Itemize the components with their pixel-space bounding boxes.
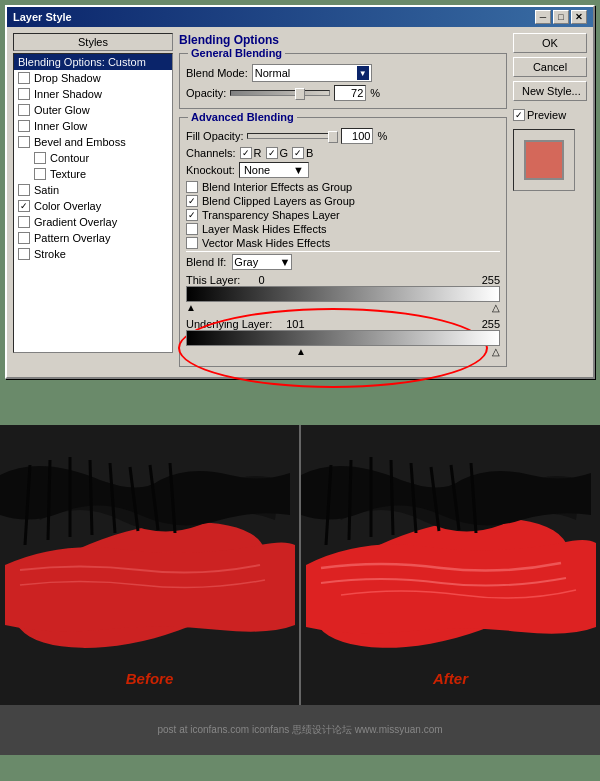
satin-checkbox[interactable] <box>18 184 30 196</box>
styles-item-outer-glow[interactable]: Outer Glow <box>14 102 172 118</box>
outer-glow-label: Outer Glow <box>34 104 90 116</box>
after-panel: After <box>301 425 600 705</box>
underlying-layer-left-arrow[interactable]: ▲ <box>296 346 306 357</box>
texture-checkbox[interactable] <box>34 168 46 180</box>
opacity-input[interactable] <box>334 85 366 101</box>
stroke-checkbox[interactable] <box>18 248 30 260</box>
channel-r-check[interactable]: R <box>240 147 262 159</box>
fill-opacity-input[interactable] <box>341 128 373 144</box>
knockout-label: Knockout: <box>186 164 235 176</box>
channel-g-check[interactable]: G <box>266 147 289 159</box>
inner-glow-checkbox[interactable] <box>18 120 30 132</box>
restore-button[interactable]: □ <box>553 10 569 24</box>
transparency-shapes-checkbox[interactable] <box>186 209 198 221</box>
outer-glow-checkbox[interactable] <box>18 104 30 116</box>
preview-checkbox[interactable] <box>513 109 525 121</box>
inner-glow-label: Inner Glow <box>34 120 87 132</box>
knockout-arrow[interactable]: ▼ <box>293 164 304 176</box>
preview-row: Preview <box>513 109 587 121</box>
blend-if-value: Gray <box>234 256 258 268</box>
underlying-layer-section: Underlying Layer: 101 255 ▲ △ <box>186 318 500 356</box>
bevel-emboss-checkbox[interactable] <box>18 136 30 148</box>
knockout-select[interactable]: None ▼ <box>239 162 309 178</box>
stroke-label: Stroke <box>34 248 66 260</box>
ok-button[interactable]: OK <box>513 33 587 53</box>
styles-item-color-overlay[interactable]: Color Overlay <box>14 198 172 214</box>
cancel-button[interactable]: Cancel <box>513 57 587 77</box>
styles-item-texture[interactable]: Texture <box>14 166 172 182</box>
styles-item-drop-shadow[interactable]: Drop Shadow <box>14 70 172 86</box>
layer-style-dialog: Layer Style ─ □ ✕ Styles Blending Option… <box>5 5 595 379</box>
before-panel: Before <box>0 425 301 705</box>
blend-mode-row: Blend Mode: Normal ▼ <box>186 64 500 82</box>
gradient-overlay-checkbox[interactable] <box>18 216 30 228</box>
contour-checkbox[interactable] <box>34 152 46 164</box>
styles-list: Blending Options: Custom Drop Shadow Inn… <box>13 53 173 353</box>
layer-mask-row: Layer Mask Hides Effects <box>186 223 500 235</box>
blend-clipped-label: Blend Clipped Layers as Group <box>202 195 355 207</box>
styles-item-inner-glow[interactable]: Inner Glow <box>14 118 172 134</box>
new-style-button[interactable]: New Style... <box>513 81 587 101</box>
styles-item-pattern-overlay[interactable]: Pattern Overlay <box>14 230 172 246</box>
underlying-layer-label: Underlying Layer: <box>186 318 272 330</box>
dialog-body: Styles Blending Options: Custom Drop Sha… <box>7 27 593 377</box>
styles-item-stroke[interactable]: Stroke <box>14 246 172 262</box>
blend-mode-dropdown-arrow[interactable]: ▼ <box>357 66 369 80</box>
close-button[interactable]: ✕ <box>571 10 587 24</box>
drop-shadow-checkbox[interactable] <box>18 72 30 84</box>
inner-shadow-label: Inner Shadow <box>34 88 102 100</box>
this-layer-min: 0 <box>258 274 264 286</box>
opacity-slider[interactable] <box>230 90 330 96</box>
layer-mask-checkbox[interactable] <box>186 223 198 235</box>
channel-b-checkbox[interactable] <box>292 147 304 159</box>
blend-clipped-row: Blend Clipped Layers as Group <box>186 195 500 207</box>
pattern-overlay-checkbox[interactable] <box>18 232 30 244</box>
blend-clipped-checkbox[interactable] <box>186 195 198 207</box>
fill-opacity-row: Fill Opacity: % <box>186 128 500 144</box>
blend-if-arrow[interactable]: ▼ <box>279 256 290 268</box>
before-label: Before <box>126 670 174 687</box>
this-layer-max: 255 <box>482 274 500 286</box>
this-layer-label-row: This Layer: 0 255 <box>186 274 500 286</box>
this-layer-left-arrow[interactable]: ▲ <box>186 302 196 313</box>
this-layer-right-arrow[interactable]: △ <box>492 302 500 313</box>
styles-item-satin[interactable]: Satin <box>14 182 172 198</box>
knockout-value: None <box>244 164 270 176</box>
blend-if-separator <box>186 251 500 252</box>
underlying-layer-right-arrow[interactable]: △ <box>492 346 500 357</box>
styles-item-inner-shadow[interactable]: Inner Shadow <box>14 86 172 102</box>
styles-panel: Styles Blending Options: Custom Drop Sha… <box>13 33 173 371</box>
channel-r-checkbox[interactable] <box>240 147 252 159</box>
pattern-overlay-label: Pattern Overlay <box>34 232 110 244</box>
fill-opacity-slider[interactable] <box>247 133 337 139</box>
blend-if-select[interactable]: Gray ▼ <box>232 254 292 270</box>
before-brush-svg <box>0 425 295 655</box>
transparency-shapes-row: Transparency Shapes Layer <box>186 209 500 221</box>
minimize-button[interactable]: ─ <box>535 10 551 24</box>
drop-shadow-label: Drop Shadow <box>34 72 101 84</box>
opacity-slider-thumb[interactable] <box>295 88 305 100</box>
channel-g-checkbox[interactable] <box>266 147 278 159</box>
inner-shadow-checkbox[interactable] <box>18 88 30 100</box>
styles-item-contour[interactable]: Contour <box>14 150 172 166</box>
styles-item-bevel-emboss[interactable]: Bevel and Emboss <box>14 134 172 150</box>
blend-interior-checkbox[interactable] <box>186 181 198 193</box>
fill-opacity-percent: % <box>377 130 387 142</box>
fill-opacity-thumb[interactable] <box>328 131 338 143</box>
styles-item-blending-options[interactable]: Blending Options: Custom <box>14 54 172 70</box>
channel-b-check[interactable]: B <box>292 147 313 159</box>
transparency-shapes-label: Transparency Shapes Layer <box>202 209 340 221</box>
this-layer-label: This Layer: <box>186 274 240 286</box>
underlying-layer-label-row: Underlying Layer: 101 255 <box>186 318 500 330</box>
color-overlay-checkbox[interactable] <box>18 200 30 212</box>
blend-mode-select[interactable]: Normal ▼ <box>252 64 372 82</box>
vector-mask-checkbox[interactable] <box>186 237 198 249</box>
dialog-title: Layer Style <box>13 11 72 23</box>
footer-bar: post at iconfans.com iconfans 思绩设计论坛 www… <box>0 705 600 755</box>
styles-header: Styles <box>13 33 173 51</box>
buttons-panel: OK Cancel New Style... Preview <box>513 33 587 371</box>
channel-r-label: R <box>254 147 262 159</box>
styles-item-gradient-overlay[interactable]: Gradient Overlay <box>14 214 172 230</box>
channel-g-label: G <box>280 147 289 159</box>
fill-opacity-label: Fill Opacity: <box>186 130 243 142</box>
